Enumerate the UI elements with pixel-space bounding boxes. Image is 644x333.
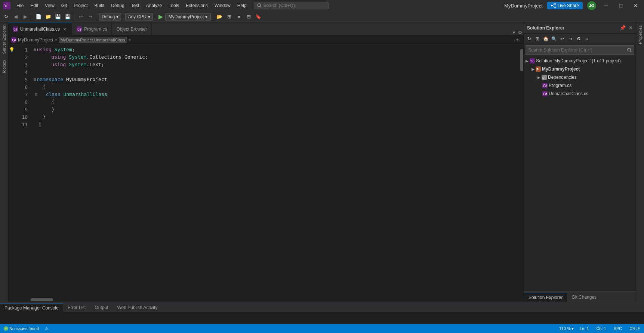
toolbar-new-btn[interactable]: 📄	[34, 12, 43, 21]
svg-line-7	[552, 4, 554, 6]
sidebar-label-server-explorer[interactable]: Server Explorer	[2, 22, 6, 57]
toolbar-undo-btn[interactable]: ↩	[76, 12, 85, 21]
collapse-7[interactable]: ⊟	[34, 91, 38, 98]
bottom-tab-error-list[interactable]: Error List	[63, 303, 90, 312]
menu-build[interactable]: Build	[92, 1, 108, 10]
tab-git-changes[interactable]: Git Changes	[567, 293, 601, 302]
close-button[interactable]: ✕	[631, 0, 641, 11]
project-dropdown[interactable]: MyDummyProject ▾	[165, 13, 211, 21]
se-btn-5[interactable]: ↩	[558, 35, 566, 43]
se-btn-2[interactable]: ⊞	[534, 35, 541, 43]
line-endings-label: CRLF	[629, 326, 640, 331]
sidebar-label-toolbox[interactable]: Toolbox	[2, 57, 6, 77]
toolbar-save-all-btn[interactable]: 💾	[63, 12, 72, 21]
se-item-unmarshallclasscs[interactable]: C# UnmarshallClass.cs	[524, 90, 636, 98]
status-no-issues[interactable]: ✓ No issues found	[2, 324, 40, 333]
code-lines[interactable]: ⊟ using System ; using System .Collectio…	[31, 44, 520, 302]
toolbar-open-btn[interactable]: 📁	[44, 12, 53, 21]
title-search-box[interactable]: Search (Ctrl+Q)	[254, 2, 329, 9]
se-btn-8[interactable]: ≡	[583, 35, 591, 43]
svg-point-2	[258, 4, 261, 7]
status-line[interactable]: Ln: 1	[578, 324, 590, 333]
bottom-panel-content	[0, 312, 644, 324]
toolbar-forward-btn[interactable]: ▶	[21, 12, 30, 21]
menu-test[interactable]: Test	[128, 1, 142, 10]
menu-git[interactable]: Git	[58, 1, 70, 10]
breadcrumb-project[interactable]: MyDummyProject	[18, 37, 53, 43]
svg-line-3	[261, 7, 262, 8]
line-number-7: 7	[8, 91, 31, 98]
tab-settings-btn[interactable]: ⚙	[518, 30, 522, 35]
se-item-project[interactable]: ▶ P MyDummyProject	[524, 65, 636, 73]
properties-label[interactable]: Properties	[638, 22, 643, 47]
search-icon	[257, 3, 262, 8]
bottom-tab-package-manager[interactable]: Package Manager Console	[0, 303, 63, 312]
tab-program[interactable]: C# Program.cs	[72, 23, 112, 35]
se-item-dependencies[interactable]: ▶ D Dependencies	[524, 73, 636, 81]
tab-bar-right: ▾ ⚙	[513, 30, 524, 35]
menu-help[interactable]: Help	[234, 1, 250, 10]
run-button[interactable]: ▶	[157, 13, 164, 20]
maximize-button[interactable]: □	[616, 0, 626, 11]
se-search-bar[interactable]	[526, 45, 634, 55]
menu-tools[interactable]: Tools	[166, 1, 182, 10]
menu-project[interactable]: Project	[71, 1, 90, 10]
minimize-button[interactable]: ─	[601, 0, 611, 11]
vertical-scrollbar[interactable]	[520, 44, 524, 302]
svg-text:V: V	[4, 3, 8, 9]
tab-object-browser[interactable]: Object Browser	[112, 23, 152, 35]
status-col[interactable]: Ch: 1	[595, 324, 607, 333]
menu-extensions[interactable]: Extensions	[183, 1, 211, 10]
config-dropdown[interactable]: Debug ▾	[99, 13, 121, 21]
se-btn-3[interactable]: 🏠	[542, 35, 549, 43]
collapse-1[interactable]: ⊟	[34, 46, 36, 53]
code-editor[interactable]: 💡 1 2 3 4 5 6 7 8 9 10 11	[8, 44, 524, 302]
toolbar-redo-btn[interactable]: ↪	[86, 12, 95, 21]
zoom-control[interactable]: 110 % ▾	[559, 326, 574, 331]
user-avatar[interactable]: JO	[587, 1, 596, 10]
toolbar-btn-extra3[interactable]: ≡	[234, 12, 243, 21]
bottom-tab-output[interactable]: Output	[90, 303, 113, 312]
tab-unmarshallclass[interactable]: C# UnmarshallClass.cs ✕	[8, 23, 72, 35]
toolbar-btn-extra4[interactable]: ⊟	[244, 12, 253, 21]
scrollbar-thumb[interactable]	[520, 49, 523, 71]
se-close-btn[interactable]: ✕	[629, 25, 633, 31]
menu-view[interactable]: View	[42, 1, 58, 10]
h-scrollbar-thumb[interactable]	[31, 298, 53, 301]
status-line-endings[interactable]: CRLF	[628, 324, 642, 333]
status-warnings[interactable]: ⚠	[43, 324, 50, 333]
menu-edit[interactable]: Edit	[27, 1, 41, 10]
menu-debug[interactable]: Debug	[108, 1, 127, 10]
platform-dropdown[interactable]: Any CPU ▾	[125, 13, 152, 21]
status-encoding[interactable]: SPC	[612, 324, 624, 333]
toolbar-btn-extra1[interactable]: 📂	[215, 12, 224, 21]
toolbar-btn-extra2[interactable]: ⊞	[225, 12, 234, 21]
breadcrumb-class-dropdown[interactable]: MyDummyProject.UnmarshallClass	[59, 37, 127, 43]
se-btn-6[interactable]: ↪	[567, 35, 574, 43]
toolbar-save-btn[interactable]: 💾	[53, 12, 62, 21]
line-number-3: 3	[8, 61, 31, 68]
live-share-button[interactable]: Live Share	[547, 2, 583, 9]
tab-close-unmarshallclass[interactable]: ✕	[62, 27, 67, 32]
se-search-input[interactable]	[528, 47, 627, 53]
platform-label: Any CPU	[128, 14, 146, 19]
menu-analyze[interactable]: Analyze	[143, 1, 165, 10]
toolbar-refresh-btn[interactable]: ↻	[1, 12, 10, 21]
collapse-5[interactable]: ⊟	[34, 76, 36, 83]
bulb-icon-1[interactable]: 💡	[9, 47, 15, 52]
tab-dropdown-btn[interactable]: ▾	[513, 30, 515, 35]
horizontal-scrollbar[interactable]	[8, 298, 520, 302]
menu-file[interactable]: File	[13, 1, 27, 10]
menu-window[interactable]: Window	[212, 1, 234, 10]
se-btn-7[interactable]: ⚙	[575, 35, 582, 43]
breadcrumb-add-btn[interactable]: +	[514, 37, 521, 43]
bottom-tab-web-publish[interactable]: Web Publish Activity	[113, 303, 162, 312]
se-btn-1[interactable]: ↻	[526, 35, 533, 43]
se-btn-4[interactable]: 🔍	[550, 35, 558, 43]
toolbar-back-btn[interactable]: ◀	[11, 12, 20, 21]
se-item-programcs[interactable]: C# Program.cs	[524, 81, 636, 90]
se-item-solution[interactable]: ▶ S Solution 'MyDummyProject' (1 of 1 pr…	[524, 57, 636, 65]
tab-solution-explorer[interactable]: Solution Explorer	[524, 293, 567, 302]
se-pin-btn[interactable]: 📌	[620, 25, 626, 31]
toolbar-btn-extra5[interactable]: 🔖	[254, 12, 263, 21]
